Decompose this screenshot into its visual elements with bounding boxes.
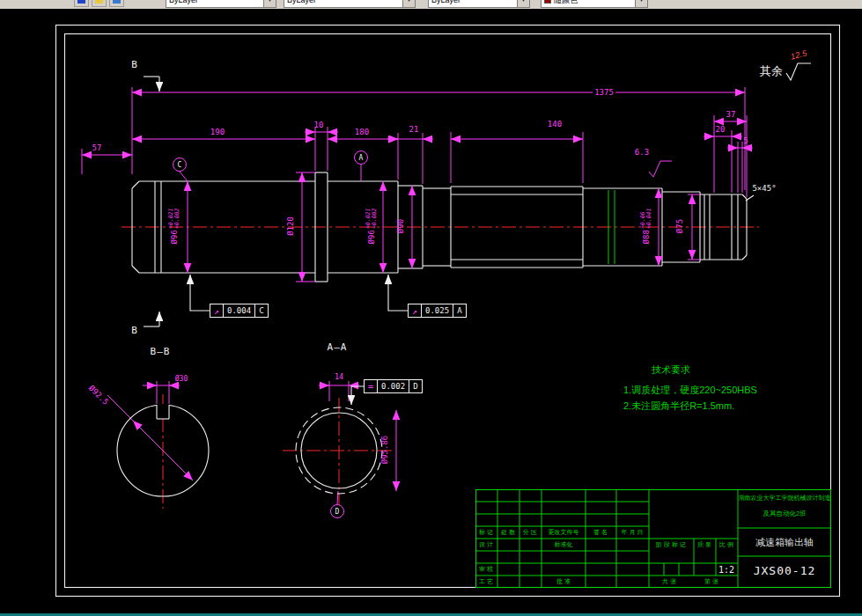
properties-toolbar: ByLayer ▼ ByLayer ▼ ByLayer ▼ 随颜色 ▼: [0, 0, 862, 9]
symmetry-tolerance-frame-d: = 0.002 D: [364, 379, 423, 393]
tech-title: 技术要求: [652, 363, 690, 377]
section-a-a-label: A—A: [328, 341, 348, 353]
dimension-lines: [82, 87, 753, 504]
dim-37: 37: [726, 110, 736, 119]
dim-180: 180: [355, 128, 369, 136]
datum-ref: C: [254, 304, 267, 317]
chevron-down-icon[interactable]: ▼: [635, 0, 647, 7]
plotstyle-control-combo[interactable]: 随颜色 ▼: [541, 0, 648, 8]
tb-page: 第 张: [704, 577, 718, 586]
tb-doc: 更改文件号: [549, 528, 579, 537]
combo-value: ByLayer: [169, 0, 198, 4]
dia-90: Ø90: [396, 219, 405, 233]
tolerance-value: 0.002: [377, 380, 409, 392]
tb-zone: 分 区: [523, 528, 537, 537]
tolerance-value: 0.025: [421, 304, 453, 317]
dia-75: Ø75: [675, 219, 684, 233]
tb-sign: 签 名: [593, 528, 608, 537]
tb-weight: 质 量: [697, 540, 711, 549]
layer-manager-icon[interactable]: [74, 0, 89, 7]
chevron-down-icon[interactable]: ▼: [517, 0, 529, 7]
cut-arrow-b-bottom: B: [131, 325, 138, 336]
combo-value: ByLayer: [287, 0, 316, 4]
tb-audit: 审 核: [479, 565, 493, 574]
leaders-and-symbols: [144, 63, 811, 405]
chamfer-note: 5×45°: [752, 184, 776, 193]
dia-95-86: Ø95.86: [380, 436, 389, 465]
roughness-rest-icon: [786, 63, 811, 80]
dim-140: 140: [548, 120, 562, 128]
dim-5: 5: [743, 136, 748, 145]
runout-tolerance-frame-c: ↗ 0.004 C: [210, 304, 269, 318]
tb-standard: 标准化: [555, 540, 573, 549]
tb-stage: 阶 段 标 记: [656, 540, 686, 549]
datum-ref: A: [453, 304, 465, 317]
tb-school-line1: 湖南农业大学工学院机械设计制造: [739, 494, 831, 502]
datum-a-label: A: [359, 154, 364, 162]
roughness-63-value: 6.3: [635, 148, 649, 157]
tb-count: 处 数: [501, 528, 515, 537]
tb-process: 工 艺: [479, 577, 493, 586]
tb-ratio: 比 例: [719, 540, 733, 549]
dim-190: 190: [210, 128, 225, 136]
roughness-63-icon: [649, 161, 672, 177]
tb-approve: 批 准: [556, 577, 571, 586]
dim-21: 21: [409, 125, 419, 134]
dia-120: Ø120: [286, 216, 295, 236]
dim-20: 20: [716, 125, 726, 134]
section-b-b-label: B—B: [151, 346, 171, 357]
combo-value: ByLayer: [431, 0, 460, 4]
tb-mark: 标 记: [479, 528, 493, 537]
datum-c-label: C: [178, 161, 182, 169]
runout-tolerance-frame-a: ↗ 0.025 A: [408, 304, 467, 318]
tb-part-name: 减速箱输出轴: [755, 536, 814, 549]
tb-design: 设 计: [479, 540, 493, 549]
color-control-combo[interactable]: ByLayer ▼: [166, 0, 276, 8]
surface-rest-label: 其余: [760, 63, 783, 79]
dim-14: 14: [335, 372, 343, 381]
combo-value: 随颜色: [554, 0, 578, 6]
layer-previous-icon[interactable]: [109, 0, 124, 7]
lineweight-control-combo[interactable]: ByLayer ▼: [428, 0, 530, 8]
runout-icon: ↗: [210, 304, 223, 317]
chevron-down-icon[interactable]: ▼: [402, 0, 415, 7]
tb-date: 年 月 日: [622, 528, 644, 537]
cut-arrow-b-top: B: [131, 59, 138, 70]
datum-ref: D: [409, 380, 421, 392]
datum-d-label: D: [335, 508, 340, 516]
tb-drawing-number: JXS00-12: [754, 564, 816, 577]
dia-88: Ø88 +0.06+0.041: [640, 209, 652, 245]
tb-scale-value: 1:2: [718, 565, 734, 575]
chevron-down-icon[interactable]: ▼: [263, 0, 276, 7]
symmetry-icon: =: [365, 380, 377, 392]
make-layer-current-icon[interactable]: [92, 0, 107, 7]
dim-slot: Ø30: [175, 375, 188, 383]
datum-symbols: [173, 151, 368, 518]
tech-line-2: 2.未注圆角半径R=1.5mm.: [623, 400, 734, 413]
tb-school-line2: 及其自动化2班: [763, 510, 806, 518]
tolerance-value: 0.004: [223, 304, 254, 317]
tech-line-1: 1.调质处理，硬度220~250HBS: [623, 384, 757, 397]
tb-sheets: 共 张: [662, 577, 676, 586]
dim-10: 10: [314, 121, 324, 129]
color-swatch-icon: [544, 0, 551, 4]
runout-icon: ↗: [409, 304, 421, 317]
dim-1375: 1375: [593, 88, 615, 97]
linetype-control-combo[interactable]: ByLayer ▼: [284, 0, 416, 8]
dia-96-mid: Ø96 +0.021+0.002: [365, 209, 377, 245]
cad-application-window: ByLayer ▼ ByLayer ▼ ByLayer ▼ 随颜色 ▼: [0, 0, 862, 616]
dia-96-left: Ø96 +0.021+0.002: [168, 209, 180, 245]
dim-57: 57: [92, 143, 102, 152]
